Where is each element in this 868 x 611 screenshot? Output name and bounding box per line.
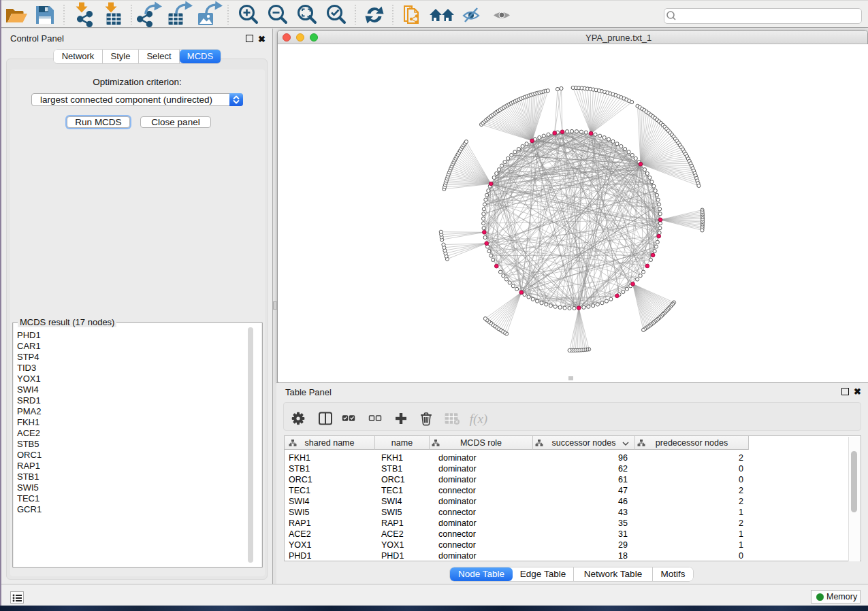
svg-text:f(x): f(x) (470, 412, 487, 427)
